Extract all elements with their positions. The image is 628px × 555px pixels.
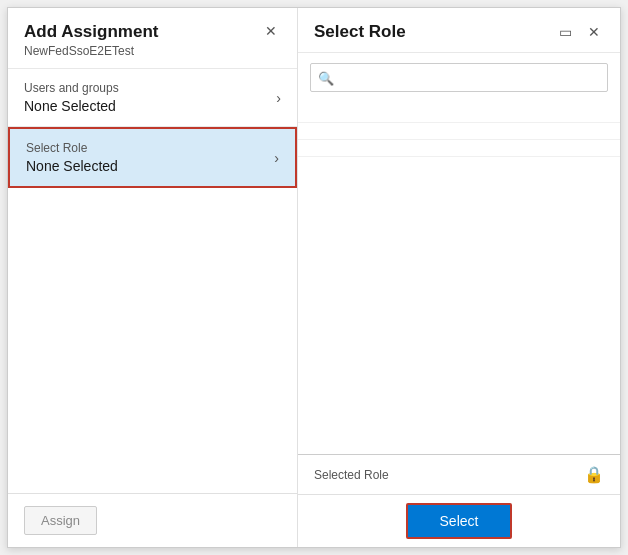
right-panel-close-button[interactable]: ✕	[584, 23, 604, 41]
role-list-item-1[interactable]	[298, 106, 620, 123]
users-groups-item[interactable]: Users and groups None Selected ›	[8, 69, 297, 127]
left-content: Users and groups None Selected › Select …	[8, 69, 297, 493]
selected-role-label: Selected Role	[314, 468, 389, 482]
panels-container: Add Assignment NewFedSsoE2ETest ✕ Users …	[7, 7, 621, 548]
right-panel: Select Role ▭ ✕ 🔍 Selected Role 🔒 Select	[298, 8, 620, 547]
minimize-button[interactable]: ▭	[555, 23, 576, 41]
lock-icon: 🔒	[584, 465, 604, 484]
select-btn-wrapper: Select	[298, 494, 620, 547]
right-panel-title: Select Role	[314, 22, 406, 42]
left-header: Add Assignment NewFedSsoE2ETest ✕	[8, 8, 297, 69]
search-input[interactable]	[310, 63, 608, 92]
select-role-chevron-icon: ›	[274, 150, 279, 166]
left-panel: Add Assignment NewFedSsoE2ETest ✕ Users …	[8, 8, 298, 547]
search-box: 🔍	[310, 63, 608, 92]
users-groups-chevron-icon: ›	[276, 90, 281, 106]
left-footer: Assign	[8, 493, 297, 547]
right-header-icons: ▭ ✕	[555, 23, 604, 41]
select-role-label: Select Role	[26, 141, 118, 155]
select-role-item[interactable]: Select Role None Selected ›	[8, 127, 297, 188]
role-list-item-2[interactable]	[298, 123, 620, 140]
select-role-value: None Selected	[26, 158, 118, 174]
users-groups-value: None Selected	[24, 98, 119, 114]
left-panel-title: Add Assignment	[24, 22, 158, 42]
assign-button[interactable]: Assign	[24, 506, 97, 535]
right-footer: Selected Role 🔒	[298, 454, 620, 494]
role-list	[298, 102, 620, 454]
left-panel-close-button[interactable]: ✕	[261, 22, 281, 40]
search-icon: 🔍	[318, 70, 334, 85]
users-groups-label: Users and groups	[24, 81, 119, 95]
right-header: Select Role ▭ ✕	[298, 8, 620, 53]
left-panel-subtitle: NewFedSsoE2ETest	[24, 44, 158, 58]
role-list-item-3[interactable]	[298, 140, 620, 157]
select-button[interactable]: Select	[406, 503, 513, 539]
